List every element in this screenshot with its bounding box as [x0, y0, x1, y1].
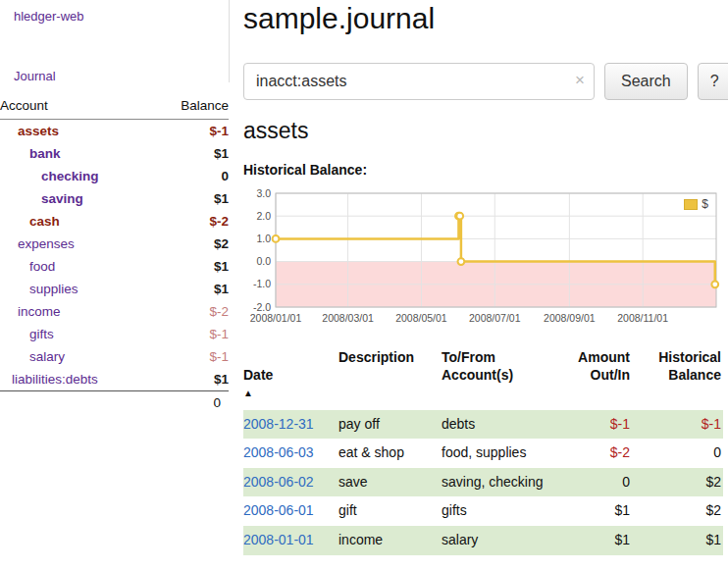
- transaction-description: pay off: [338, 410, 442, 440]
- account-row-bank: bank $1: [0, 142, 229, 165]
- account-row-checking: checking 0: [0, 165, 229, 187]
- account-link-liabilities-debts[interactable]: liabilities:debts: [12, 372, 98, 387]
- chart-legend: $: [681, 196, 711, 212]
- main-panel: sample.journal × Search ? assets Histori…: [243, 0, 723, 555]
- accounts-total: 0: [154, 391, 229, 413]
- accounts-header-account: Account: [0, 94, 154, 120]
- transaction-amount: $1: [549, 496, 630, 526]
- sort-ascending-icon[interactable]: ▲: [243, 388, 253, 398]
- account-balance: $-1: [154, 323, 229, 345]
- account-balance: $1: [154, 255, 229, 278]
- account-heading: assets: [243, 118, 723, 144]
- transaction-accounts: salary: [442, 526, 549, 555]
- account-balance: $1: [154, 278, 229, 300]
- svg-text:2008/03/01: 2008/03/01: [322, 312, 374, 324]
- transaction-date-link[interactable]: 2008-01-01: [243, 532, 314, 547]
- register-row: 2008-12-31 pay off debts $-1 $-1: [243, 410, 723, 440]
- transaction-amount: $-1: [549, 410, 630, 440]
- account-row-supplies: supplies $1: [0, 278, 229, 300]
- transaction-amount: $-2: [549, 439, 630, 468]
- transaction-date-link[interactable]: 2008-06-02: [243, 474, 314, 490]
- register-header-date-label: Date: [243, 367, 273, 383]
- transaction-balance: $2: [630, 496, 723, 526]
- transaction-date-link[interactable]: 2008-06-01: [243, 502, 314, 518]
- svg-text:2008/11/01: 2008/11/01: [617, 312, 668, 324]
- account-balance: $-1: [154, 120, 229, 143]
- transaction-description: eat & shop: [338, 439, 442, 468]
- sidebar: hledger-web Journal Account Balance asse…: [0, 0, 229, 571]
- transaction-accounts: food, supplies: [442, 439, 549, 468]
- svg-text:2.0: 2.0: [256, 210, 271, 222]
- account-balance: $1: [154, 187, 229, 210]
- register-row: 2008-06-01 gift gifts $1 $2: [243, 496, 723, 526]
- accounts-header-balance: Balance: [154, 94, 229, 120]
- register-header-accounts: To/From Account(s): [442, 346, 549, 410]
- account-row-expenses: expenses $2: [0, 233, 229, 255]
- page-title: sample.journal: [243, 2, 723, 35]
- hledger-web-app: hledger-web Journal Account Balance asse…: [0, 0, 728, 571]
- svg-text:1.0: 1.0: [256, 233, 271, 244]
- account-balance: $-2: [154, 210, 229, 233]
- transaction-amount: $1: [549, 526, 630, 555]
- accounts-total-row: 0: [0, 391, 229, 413]
- account-link-assets[interactable]: assets: [18, 124, 59, 138]
- account-row-income: income $-2: [0, 300, 229, 323]
- transaction-date-link[interactable]: 2008-06-03: [243, 444, 314, 460]
- svg-text:0.0: 0.0: [256, 255, 271, 267]
- account-link-saving[interactable]: saving: [41, 191, 83, 206]
- sidebar-divider: [229, 0, 230, 82]
- legend-label: $: [702, 197, 708, 211]
- account-row-assets: assets $-1: [0, 120, 229, 143]
- transaction-balance: $2: [630, 468, 723, 497]
- account-balance: $-1: [154, 345, 229, 368]
- legend-swatch-icon: [684, 199, 698, 210]
- account-balance: $-2: [154, 300, 229, 323]
- svg-text:-2.0: -2.0: [253, 301, 271, 313]
- search-button[interactable]: Search: [604, 63, 688, 100]
- search-form: × Search ?: [243, 63, 723, 100]
- account-balance: $2: [154, 233, 229, 255]
- account-row-liabilities-debts: liabilities:debts $1: [0, 368, 229, 391]
- search-input[interactable]: [243, 63, 595, 100]
- register-header-date[interactable]: Date ▲: [243, 346, 338, 410]
- account-row-cash: cash $-2: [0, 210, 229, 233]
- brand-link[interactable]: hledger-web: [14, 9, 84, 24]
- account-link-food[interactable]: food: [29, 259, 55, 274]
- transaction-amount: 0: [549, 468, 630, 497]
- clear-search-icon[interactable]: ×: [575, 71, 585, 90]
- register-header-balance: Historical Balance: [630, 346, 723, 410]
- register-table: Date ▲ Description To/From Account(s) Am…: [243, 346, 723, 555]
- chart-heading: Historical Balance:: [243, 162, 723, 178]
- transaction-balance: $1: [630, 526, 723, 555]
- account-row-saving: saving $1: [0, 187, 229, 210]
- account-link-gifts[interactable]: gifts: [29, 327, 54, 341]
- account-link-expenses[interactable]: expenses: [18, 236, 75, 251]
- transaction-accounts: saving, checking: [442, 468, 549, 497]
- register-row: 2008-01-01 income salary $1 $1: [243, 526, 723, 555]
- sidebar-item-journal[interactable]: Journal: [14, 69, 56, 83]
- svg-text:2008/05/01: 2008/05/01: [395, 312, 447, 324]
- transaction-balance: 0: [630, 439, 723, 468]
- transaction-accounts: debts: [442, 410, 549, 440]
- transaction-balance: $-1: [630, 410, 723, 440]
- account-row-salary: salary $-1: [0, 345, 229, 368]
- svg-text:-1.0: -1.0: [253, 278, 271, 289]
- register-header-description: Description: [338, 346, 442, 410]
- account-link-bank[interactable]: bank: [29, 146, 61, 161]
- account-link-checking[interactable]: checking: [41, 169, 99, 183]
- account-link-income[interactable]: income: [18, 304, 61, 319]
- transaction-description: income: [338, 526, 442, 555]
- account-row-gifts: gifts $-1: [0, 323, 229, 345]
- transaction-date-link[interactable]: 2008-12-31: [243, 416, 314, 432]
- balance-chart: $ 3.02.01.00.0-1.0-2.02008/01/012008/03/…: [243, 185, 723, 333]
- svg-text:2008/09/01: 2008/09/01: [544, 312, 596, 324]
- account-link-salary[interactable]: salary: [29, 349, 65, 364]
- svg-text:2008/07/01: 2008/07/01: [469, 312, 521, 324]
- account-balance: $1: [154, 368, 229, 391]
- account-link-supplies[interactable]: supplies: [29, 282, 78, 296]
- register-row: 2008-06-02 save saving, checking 0 $2: [243, 468, 723, 497]
- account-link-cash[interactable]: cash: [29, 214, 60, 229]
- help-button[interactable]: ?: [698, 63, 728, 100]
- accounts-table: Account Balance assets $-1 bank $1 check…: [0, 94, 229, 412]
- transaction-accounts: gifts: [442, 496, 549, 526]
